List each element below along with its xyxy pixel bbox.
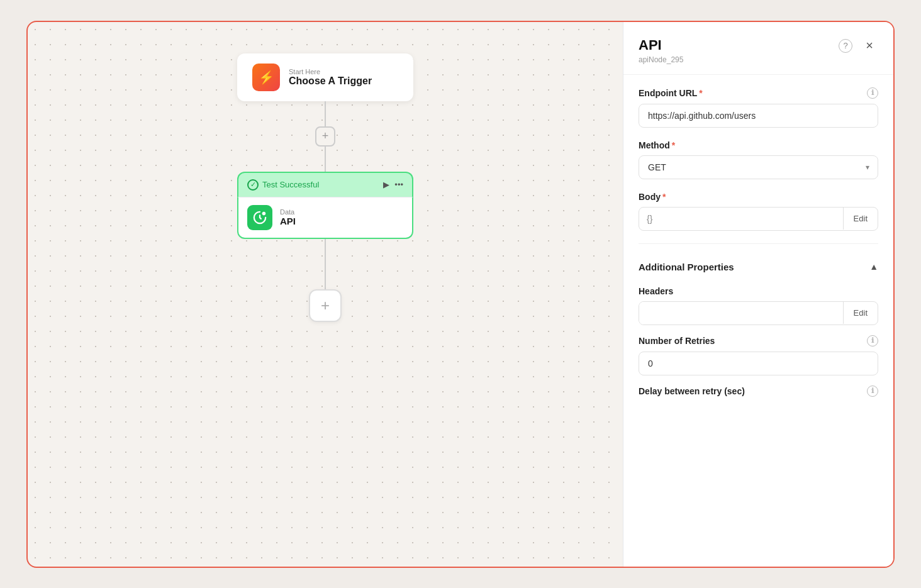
method-label-row: Method* <box>639 140 878 150</box>
additional-properties-section: Additional Properties ▲ Headers Edit <box>639 243 878 397</box>
help-button[interactable]: ? <box>837 37 854 55</box>
body-group: Body* {} Edit <box>639 192 878 231</box>
body-label: Body* <box>639 192 666 202</box>
close-button[interactable]: × <box>861 37 878 55</box>
api-node-header: ✓ Test Successful ▶ ••• <box>237 172 413 197</box>
panel-subtitle: apiNode_295 <box>639 55 683 64</box>
method-select[interactable]: GET POST PUT PATCH DELETE <box>639 155 878 179</box>
endpoint-url-group: Endpoint URL* ℹ <box>639 87 878 128</box>
additional-properties-header[interactable]: Additional Properties ▲ <box>639 254 878 280</box>
method-group: Method* GET POST PUT PATCH DELETE ▾ <box>639 140 878 179</box>
right-panel: API apiNode_295 ? × Endpoint URL* ℹ <box>623 22 893 567</box>
add-node-button-1[interactable]: + <box>315 126 335 147</box>
headers-group: Headers Edit <box>639 286 878 325</box>
node-actions: ▶ ••• <box>383 180 403 189</box>
method-required: * <box>672 140 675 150</box>
method-label: Method* <box>639 140 675 150</box>
headers-label: Headers <box>639 286 673 296</box>
method-select-wrapper: GET POST PUT PATCH DELETE ▾ <box>639 155 878 179</box>
delay-label: Delay between retry (sec) <box>639 386 745 396</box>
panel-header-right: ? × <box>837 37 878 55</box>
headers-input-wrapper: Edit <box>639 301 878 325</box>
connector-line-3 <box>325 239 326 289</box>
delay-info-icon[interactable]: ℹ <box>867 386 878 397</box>
test-status: ✓ Test Successful <box>247 179 319 191</box>
endpoint-required: * <box>699 88 702 98</box>
retries-info-icon[interactable]: ℹ <box>867 335 878 347</box>
trigger-start-label: Start Here <box>289 68 372 75</box>
body-input-wrapper: {} Edit <box>639 207 878 231</box>
api-node[interactable]: ✓ Test Successful ▶ ••• <box>237 172 413 239</box>
api-node-title: API <box>280 216 296 226</box>
headers-label-row: Headers <box>639 286 878 296</box>
api-data-label: Data <box>280 208 296 216</box>
play-icon[interactable]: ▶ <box>383 180 389 189</box>
panel-body: Endpoint URL* ℹ Method* GET POST <box>623 75 893 409</box>
panel-header: API apiNode_295 ? × <box>623 22 893 75</box>
body-required: * <box>662 192 666 202</box>
headers-input[interactable] <box>639 302 843 325</box>
delay-group: Delay between retry (sec) ℹ <box>639 386 878 397</box>
body-label-row: Body* <box>639 192 878 202</box>
canvas-area: ⚡ Start Here Choose A Trigger + ✓ Test S… <box>28 22 623 567</box>
main-container: ⚡ Start Here Choose A Trigger + ✓ Test S… <box>26 21 895 568</box>
endpoint-info-icon[interactable]: ℹ <box>867 87 878 99</box>
trigger-card[interactable]: ⚡ Start Here Choose A Trigger <box>237 53 413 101</box>
additional-properties-title: Additional Properties <box>639 262 734 272</box>
api-icon <box>247 205 272 230</box>
check-icon: ✓ <box>247 179 259 191</box>
delay-label-row: Delay between retry (sec) ℹ <box>639 386 878 397</box>
panel-header-left: API apiNode_295 <box>639 37 683 64</box>
api-text: Data API <box>280 208 296 226</box>
headers-edit-button[interactable]: Edit <box>843 302 878 324</box>
endpoint-url-input[interactable] <box>639 104 878 128</box>
endpoint-url-label-row: Endpoint URL* ℹ <box>639 87 878 99</box>
endpoint-url-label: Endpoint URL* <box>639 88 703 98</box>
connector-line-1 <box>325 101 326 126</box>
retries-label-row: Number of Retries ℹ <box>639 335 878 347</box>
body-braces-icon: {} <box>639 208 660 230</box>
trigger-icon: ⚡ <box>252 64 280 91</box>
body-edit-button[interactable]: Edit <box>843 208 878 230</box>
retries-group: Number of Retries ℹ <box>639 335 878 375</box>
api-node-body[interactable]: Data API <box>237 197 413 239</box>
trigger-title: Choose A Trigger <box>289 75 372 87</box>
more-icon[interactable]: ••• <box>394 180 403 189</box>
connector-line-2 <box>325 147 326 172</box>
trigger-text: Start Here Choose A Trigger <box>289 68 372 87</box>
add-node-button-bottom[interactable]: + <box>309 289 342 322</box>
panel-title: API <box>639 37 683 53</box>
retries-input[interactable] <box>639 352 878 375</box>
chevron-up-icon: ▲ <box>869 262 878 272</box>
retries-label: Number of Retries <box>639 336 715 346</box>
